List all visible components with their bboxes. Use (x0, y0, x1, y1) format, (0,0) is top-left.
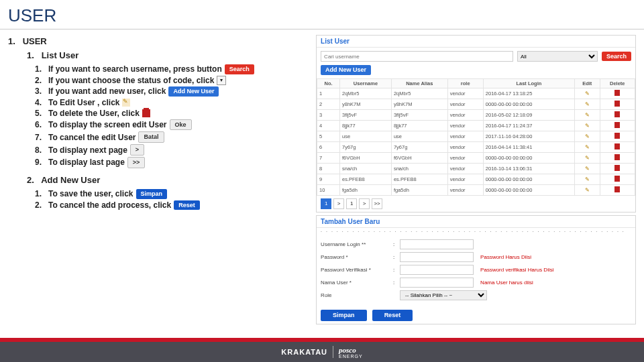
pager-button[interactable]: > (359, 198, 370, 209)
pencil-icon[interactable]: ✎ (584, 176, 590, 182)
table-row: 5useusevendor2017-11-16 04:28:00✎ (317, 131, 635, 141)
trash-icon (142, 109, 150, 117)
screenshots-column: List User All Search Add New User No.Use… (316, 35, 636, 327)
panel-title: List User (317, 36, 635, 48)
table-row: 10fga5dhfga5dhvendor0000-00-00 00:00:00✎ (317, 184, 635, 195)
panel-title: Tambah User Baru (317, 216, 635, 228)
nama-user-error: Nama User harus diisi (480, 280, 533, 286)
pencil-icon[interactable]: ✎ (584, 166, 590, 172)
page-title: USER (0, 0, 644, 29)
pencil-icon[interactable]: ✎ (584, 90, 590, 97)
pencil-icon[interactable]: ✎ (584, 123, 590, 129)
list-user-panel: List User All Search Add New User No.Use… (316, 35, 636, 213)
pencil-icon[interactable]: ✎ (584, 133, 590, 139)
table-header: Edit (574, 78, 600, 88)
search-input[interactable] (321, 51, 513, 62)
add-user-form: Username Login **: Password *:Password H… (317, 235, 635, 307)
instructions-column: 1. USER 1. List User 1.If you want to se… (8, 35, 307, 327)
list-user-header: 1. List User (27, 50, 307, 60)
password-verify-field[interactable] (400, 265, 474, 275)
trash-icon[interactable] (614, 111, 620, 117)
search-button[interactable]: Search (602, 52, 631, 62)
username-field[interactable] (400, 239, 474, 249)
pencil-icon[interactable]: ✎ (584, 155, 590, 161)
add-user-panel: Tambah User Baru · · · · · · · · · · · ·… (316, 215, 636, 324)
table-row: 2y8hK7My8hK7Mvendor0000-00-00 00:00:00✎ (317, 99, 635, 109)
search-row: All Search (317, 48, 635, 65)
reset-button[interactable]: Reset (372, 310, 413, 321)
table-row: 12qMbr52qMbr5vendor2016-04-17 13:18:25✎ (317, 88, 635, 99)
trash-icon[interactable] (614, 133, 620, 139)
trash-icon[interactable] (614, 165, 620, 171)
inline-batal-button[interactable]: Batal (138, 131, 164, 143)
trash-icon[interactable] (614, 186, 620, 192)
table-row: 8sna/chsna/chvendor2016-10-14 13:06:31✎ (317, 163, 635, 174)
footer-gray-bar: KRAKATAU posco ENERGY (0, 342, 644, 362)
instruction-item: 2.If you want choose the status of code,… (35, 76, 307, 85)
pencil-icon[interactable]: ✎ (584, 112, 590, 118)
instruction-item: 7.To cancel the edit UserBatal (35, 131, 307, 143)
content-area: 1. USER 1. List User 1.If you want to se… (0, 29, 644, 327)
nama-user-field[interactable] (400, 278, 474, 288)
instruction-item: 9.To display last page>> (35, 157, 307, 168)
trash-icon[interactable] (614, 90, 620, 96)
table-header: No. (317, 78, 340, 88)
pager-button[interactable]: >> (372, 198, 382, 209)
role-select[interactable]: -- Silahkan Pilih -- ~ (400, 290, 487, 300)
instruction-item: 2.To cancel the add process, clickReset (35, 200, 307, 210)
brand-krakatau: KRAKATAU (281, 348, 327, 356)
inline---button[interactable]: > (130, 144, 144, 156)
table-row: 7f6VGbHf6VGbHvendor0000-00-00 00:00:00✎ (317, 152, 635, 163)
pencil-icon[interactable]: ✎ (584, 144, 590, 150)
pager: 1>1>>> (317, 196, 635, 212)
status-select[interactable]: All (517, 51, 598, 62)
section-1-header: 1. USER (8, 36, 307, 46)
inline-search-button[interactable]: Search (225, 64, 254, 74)
simpan-button[interactable]: Simpan (321, 310, 367, 321)
trash-icon[interactable] (614, 122, 620, 128)
table-row: 67y67g7y67gvendor2016-04-14 11:38:41✎ (317, 141, 635, 152)
instruction-item: 1.If you want to search username, press … (35, 64, 307, 74)
chevron-down-icon: ▾ (217, 76, 226, 85)
instruction-item: 8.To display next page> (35, 144, 307, 156)
inline---button[interactable]: >> (127, 157, 146, 168)
trash-icon[interactable] (614, 176, 620, 182)
add-user-steps: 1.To save the user, clickSimpan2.To canc… (35, 189, 307, 210)
trash-icon[interactable] (614, 143, 620, 149)
list-user-steps: 1.If you want to search username, press … (35, 64, 307, 168)
table-header: Name Alias (391, 78, 447, 88)
pencil-icon[interactable]: ✎ (584, 187, 590, 193)
instruction-item: 5.To delete the User, click (35, 109, 307, 118)
instruction-item: 6.To display the screen edit UserOke (35, 119, 307, 131)
footer-divider (333, 346, 333, 358)
user-table: No.UsernameName AliasroleLast LoginEditD… (317, 78, 635, 196)
table-header: Username (340, 78, 392, 88)
table-header: Delete (600, 78, 635, 88)
pencil-icon (122, 99, 130, 107)
trash-icon[interactable] (614, 101, 620, 107)
inline-simpan-button[interactable]: Simpan (136, 189, 168, 199)
add-new-user-button[interactable]: Add New User (321, 65, 371, 75)
pencil-icon[interactable]: ✎ (584, 101, 590, 107)
password-verify-error: Password verifikasi Harus Diisi (480, 267, 553, 273)
brand-posco: posco ENERGY (339, 346, 363, 359)
table-row: 33flj5vF3flj5vFvendor2016-05-02 12:18:09… (317, 109, 635, 120)
inline-reset-button[interactable]: Reset (174, 200, 200, 210)
add-user-header: 2. Add New User (27, 175, 307, 185)
pager-button[interactable]: 1 (346, 198, 357, 209)
password-error: Password Harus Diisi (480, 254, 531, 260)
footer: KRAKATAU posco ENERGY (0, 338, 644, 362)
password-field[interactable] (400, 252, 474, 262)
dotted-separator: · · · · · · · · · · · · · · · · · · · · … (317, 228, 635, 235)
table-header: Last Login (483, 78, 574, 88)
inline-add-new-user-button[interactable]: Add New User (168, 86, 219, 97)
instruction-item: 1.To save the user, clickSimpan (35, 189, 307, 199)
pager-button[interactable]: > (333, 198, 344, 209)
instruction-item: 3.If you want add new user, clickAdd New… (35, 86, 307, 97)
trash-icon[interactable] (614, 154, 620, 160)
table-header: role (447, 78, 483, 88)
pager-button[interactable]: 1 (321, 198, 331, 209)
table-row: 9es.PFEB8es.PFEB8vendor0000-00-00 00:00:… (317, 174, 635, 184)
inline-oke-button[interactable]: Oke (170, 119, 192, 131)
table-row: 48jjk778jjk77vendor2016-04-17 11:24:37✎ (317, 120, 635, 131)
